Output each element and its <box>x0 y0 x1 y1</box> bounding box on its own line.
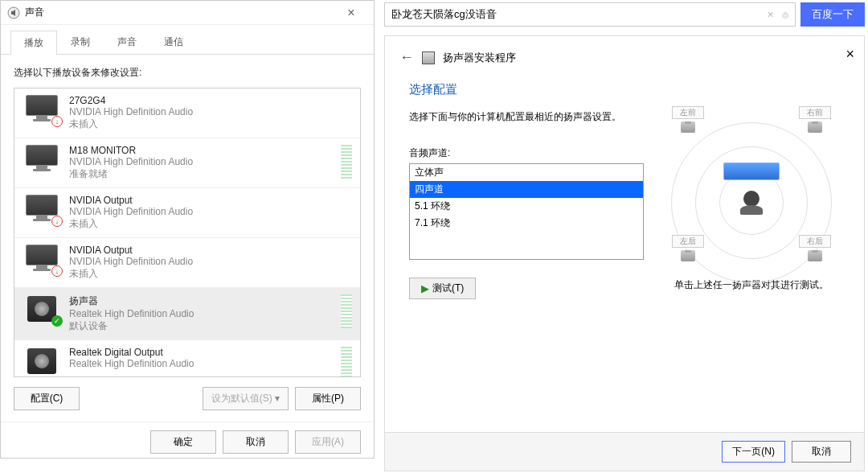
tab-录制[interactable]: 录制 <box>57 30 104 54</box>
tab-播放[interactable]: 播放 <box>10 31 57 55</box>
ok-button[interactable]: 确定 <box>150 430 216 454</box>
channel-option[interactable]: 四声道 <box>410 181 643 198</box>
wizard-title: 扬声器安装程序 <box>443 51 516 65</box>
cancel-button[interactable]: 取消 <box>792 441 851 463</box>
close-icon[interactable]: × <box>845 46 854 63</box>
channel-listbox[interactable]: 立体声四声道5.1 环绕7.1 环绕 <box>409 163 644 260</box>
device-status: 准备就绪 <box>69 167 336 181</box>
speaker-icon <box>681 250 695 261</box>
speaker-diagram: 左前 右前 左后 右后 <box>667 82 836 267</box>
test-button-label: 测试(T) <box>432 282 464 295</box>
channel-label: 音频声道: <box>409 146 644 160</box>
device-sub: NVIDIA High Definition Audio <box>69 106 352 117</box>
device-name: 27G2G4 <box>69 95 352 106</box>
device-status: 未插入 <box>69 267 352 281</box>
sound-tabs: 播放录制声音通信 <box>1 25 374 55</box>
close-icon[interactable]: × <box>335 6 367 20</box>
device-name: Realtek Digital Output <box>69 347 336 358</box>
listener-screen <box>723 162 780 180</box>
monitor-icon <box>23 145 61 175</box>
device-name: 扬声器 <box>69 294 336 308</box>
device-sub: NVIDIA High Definition Audio <box>69 256 352 267</box>
properties-button[interactable]: 属性(P) <box>295 387 361 410</box>
wizard-description: 选择下面与你的计算机配置最相近的扬声器设置。 <box>409 110 644 124</box>
device-sub: NVIDIA High Definition Audio <box>69 156 336 167</box>
clear-icon[interactable]: × <box>768 8 774 21</box>
wizard-footer: 下一页(N) 取消 <box>385 432 864 471</box>
device-list[interactable]: ↓27G2G4NVIDIA High Definition Audio未插入M1… <box>14 88 361 377</box>
device-item[interactable]: ↓NVIDIA OutputNVIDIA High Definition Aud… <box>14 238 360 288</box>
monitor-icon: ↓ <box>23 95 61 125</box>
tab-通信[interactable]: 通信 <box>150 30 197 54</box>
browser-search-bar: × ⌾ 百度一下 <box>384 2 865 27</box>
speaker-setup-wizard: ← 扬声器安装程序 × 选择配置 选择下面与你的计算机配置最相近的扬声器设置。 … <box>384 35 865 471</box>
device-item[interactable]: Realtek Digital OutputRealtek High Defin… <box>14 340 360 377</box>
search-input[interactable] <box>391 9 768 21</box>
next-button[interactable]: 下一页(N) <box>722 441 785 463</box>
sound-dialog-body: 选择以下播放设备来修改设置: ↓27G2G4NVIDIA High Defini… <box>1 55 374 422</box>
level-meter <box>341 347 352 377</box>
device-status: 未插入 <box>69 217 352 231</box>
sound-dialog-title: 声音 <box>25 6 335 19</box>
unplugged-icon: ↓ <box>51 216 63 227</box>
speaker-front-left[interactable]: 左前 <box>672 106 704 133</box>
channel-option[interactable]: 立体声 <box>410 164 643 181</box>
monitor-icon: ↓ <box>23 195 61 225</box>
monitor-icon: ↓ <box>23 245 61 275</box>
check-icon: ✓ <box>51 315 63 327</box>
device-sub: Realtek High Definition Audio <box>69 308 336 319</box>
play-icon: ▶ <box>421 282 429 294</box>
device-name: NVIDIA Output <box>69 195 352 206</box>
device-sub: Realtek High Definition Audio <box>69 358 336 369</box>
sound-dialog-titlebar: 声音 × <box>1 1 374 25</box>
test-button[interactable]: ▶测试(T) <box>409 278 476 299</box>
speaker-icon <box>808 121 822 133</box>
speaker-rear-left[interactable]: 左后 <box>672 235 704 261</box>
configure-button[interactable]: 配置(C) <box>14 387 80 410</box>
camera-icon[interactable]: ⌾ <box>782 8 788 21</box>
channel-option[interactable]: 7.1 环绕 <box>410 215 643 232</box>
wizard-header: ← 扬声器安装程序 × <box>385 36 864 74</box>
unplugged-icon: ↓ <box>51 116 63 127</box>
device-item[interactable]: ↓NVIDIA OutputNVIDIA High Definition Aud… <box>14 188 360 238</box>
device-name: NVIDIA Output <box>69 245 352 256</box>
device-name: M18 MONITOR <box>69 145 336 156</box>
channel-option[interactable]: 5.1 环绕 <box>410 198 643 215</box>
device-actions-row: 配置(C) 设为默认值(S) 属性(P) <box>14 387 361 410</box>
search-box: × ⌾ <box>384 2 796 27</box>
search-actions: × ⌾ <box>768 8 788 21</box>
device-item[interactable]: ↓27G2G4NVIDIA High Definition Audio未插入 <box>14 88 360 138</box>
speaker-icon: ✓ <box>23 294 61 325</box>
listener-icon <box>738 191 765 218</box>
speaker-front-right[interactable]: 右前 <box>799 106 831 133</box>
device-item[interactable]: M18 MONITORNVIDIA High Definition Audio准… <box>14 138 360 188</box>
device-sub: NVIDIA High Definition Audio <box>69 206 352 217</box>
back-arrow-icon[interactable]: ← <box>399 49 414 66</box>
device-status: 未插入 <box>69 117 352 131</box>
wizard-right-pane: 左前 右前 左后 右后 单击上述任一扬声器对其进行测试。 <box>663 82 840 299</box>
level-meter <box>341 145 352 179</box>
sound-dialog: 声音 × 播放录制声音通信 选择以下播放设备来修改设置: ↓27G2G4NVID… <box>0 0 375 459</box>
baidu-search-button[interactable]: 百度一下 <box>800 2 865 27</box>
set-default-button[interactable]: 设为默认值(S) <box>203 387 289 410</box>
speaker-rear-right[interactable]: 右后 <box>799 235 831 261</box>
wizard-heading: 选择配置 <box>409 82 644 97</box>
speaker-icon <box>23 347 61 377</box>
unplugged-icon: ↓ <box>51 265 63 277</box>
speaker-icon <box>681 121 695 133</box>
cancel-button[interactable]: 取消 <box>223 430 289 454</box>
speaker-icon <box>808 250 822 261</box>
device-status: 默认设备 <box>69 319 336 333</box>
apply-button[interactable]: 应用(A) <box>295 430 361 454</box>
wizard-body: 选择配置 选择下面与你的计算机配置最相近的扬声器设置。 音频声道: 立体声四声道… <box>385 74 864 307</box>
device-item[interactable]: ✓扬声器Realtek High Definition Audio默认设备 <box>14 288 360 340</box>
playback-instruction: 选择以下播放设备来修改设置: <box>14 66 361 80</box>
speaker-icon <box>422 51 435 64</box>
level-meter <box>341 294 352 328</box>
tab-声音[interactable]: 声音 <box>104 30 150 54</box>
wizard-left-pane: 选择配置 选择下面与你的计算机配置最相近的扬声器设置。 音频声道: 立体声四声道… <box>409 82 644 299</box>
speaker-icon <box>7 6 20 19</box>
sound-dialog-footer: 确定 取消 应用(A) <box>1 422 374 462</box>
